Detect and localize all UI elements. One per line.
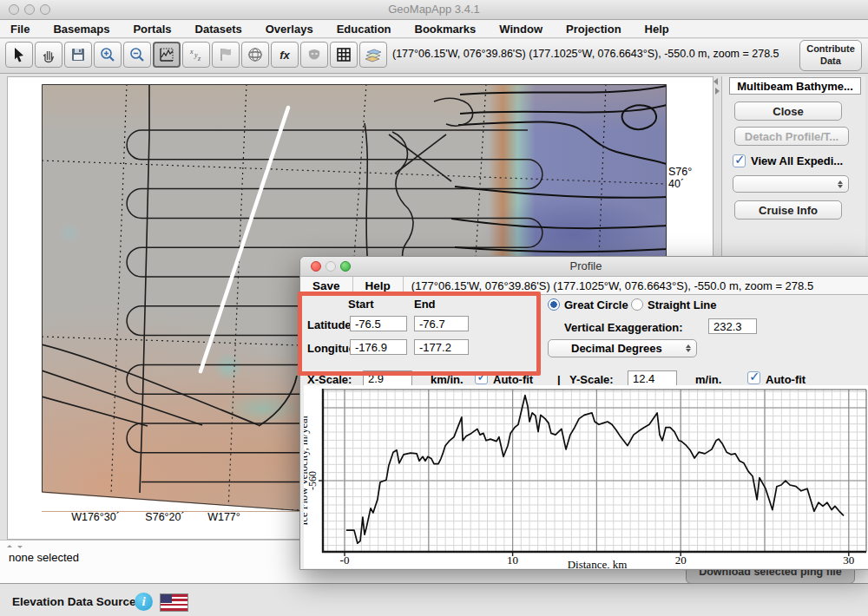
vertical-exaggeration-field[interactable]: 232.3 bbox=[708, 318, 757, 334]
detach-profile-button: Detach Profile/T... bbox=[734, 127, 849, 146]
y-scale-unit: m/in. bbox=[695, 373, 721, 386]
close-button[interactable]: Close bbox=[734, 102, 842, 121]
menu-bookmarks[interactable]: Bookmarks bbox=[415, 23, 477, 36]
profile-coordinates-readout: (177°06.15'W, 076°39.86'S) (177.1025°W, … bbox=[404, 279, 813, 292]
map-grid-label: S76°20´ bbox=[145, 511, 184, 523]
globe-icon[interactable] bbox=[241, 42, 269, 68]
x-autofit-label: Auto-fit bbox=[493, 373, 533, 386]
latitude-start-field[interactable]: -76.5 bbox=[350, 316, 407, 331]
expand-right-icon[interactable] bbox=[715, 88, 720, 95]
layers-icon[interactable] bbox=[359, 42, 387, 68]
x-autofit-checkbox[interactable] bbox=[475, 371, 488, 384]
menu-education[interactable]: Education bbox=[337, 23, 391, 36]
latitude-label: Latitude: bbox=[307, 318, 355, 331]
units-selected-value: Decimal Degrees bbox=[571, 342, 662, 355]
x-scale-label: X-Scale: bbox=[307, 373, 352, 386]
menu-portals[interactable]: Portals bbox=[133, 23, 171, 36]
us-flag-icon[interactable] bbox=[160, 593, 188, 612]
pan-hand-icon[interactable] bbox=[35, 42, 62, 68]
profile-tool-icon[interactable] bbox=[153, 42, 181, 68]
y-autofit-label: Auto-fit bbox=[766, 373, 806, 386]
menu-help[interactable]: Help bbox=[645, 23, 669, 36]
svg-text:Ice Flow velocity, m/year: Ice Flow velocity, m/year bbox=[304, 414, 310, 525]
grid-icon[interactable] bbox=[330, 42, 358, 68]
menu-save[interactable]: Save bbox=[300, 277, 353, 294]
latitude-end-field[interactable]: -76.7 bbox=[414, 316, 469, 331]
x-scale-field[interactable]: 2.9 bbox=[363, 370, 412, 386]
menu-datasets[interactable]: Datasets bbox=[195, 23, 242, 36]
profile-dialog-title: Profile bbox=[300, 259, 868, 272]
scale-separator: | bbox=[557, 373, 561, 386]
window-title: GeoMapApp 3.4.1 bbox=[0, 3, 868, 16]
selection-status: none selected bbox=[9, 551, 79, 564]
collapse-down-icon[interactable] bbox=[17, 546, 23, 548]
view-all-expeditions-label: View All Expedi... bbox=[751, 154, 843, 167]
zoom-out-icon[interactable] bbox=[123, 42, 151, 68]
elevation-sources-label: Elevation Data Sources bbox=[12, 595, 142, 608]
function-fx-icon[interactable]: fx bbox=[271, 42, 299, 68]
map-grid-label: W176°30´ bbox=[71, 511, 120, 523]
contribute-data-button[interactable]: ContributeData bbox=[799, 40, 862, 71]
view-all-expeditions-checkbox[interactable] bbox=[733, 154, 746, 167]
great-circle-label: Great Circle bbox=[564, 298, 628, 311]
svg-text:-0: -0 bbox=[340, 554, 350, 567]
save-icon[interactable] bbox=[64, 42, 92, 68]
y-scale-field[interactable]: 12.4 bbox=[628, 370, 677, 386]
mask-icon[interactable] bbox=[300, 42, 328, 68]
info-icon[interactable]: i bbox=[135, 593, 153, 611]
units-select[interactable]: Decimal Degrees bbox=[548, 339, 697, 357]
longitude-end-field[interactable]: -177.2 bbox=[414, 339, 469, 355]
svg-text:x: x bbox=[189, 48, 194, 56]
menu-overlays[interactable]: Overlays bbox=[266, 23, 313, 36]
end-header: End bbox=[414, 298, 436, 311]
toolbar: x y z fx (177°06.15'W, 076°39.86'S) (177… bbox=[0, 39, 868, 74]
menu-file[interactable]: File bbox=[10, 23, 30, 36]
svg-text:20: 20 bbox=[675, 554, 687, 567]
start-header: Start bbox=[348, 298, 374, 311]
profile-dialog-menubar: Save Help (177°06.15'W, 076°39.86'S) (17… bbox=[300, 277, 868, 295]
vertical-exaggeration-label: Vertical Exaggeration: bbox=[564, 321, 683, 334]
cruise-info-button[interactable]: Cruise Info bbox=[734, 200, 842, 220]
svg-text:10: 10 bbox=[507, 554, 518, 567]
cursor-tool-icon[interactable] bbox=[5, 42, 33, 68]
svg-text:z: z bbox=[197, 55, 201, 62]
expedition-select[interactable] bbox=[733, 175, 849, 193]
profile-dialog-titlebar[interactable]: Profile bbox=[300, 257, 868, 277]
menu-projection[interactable]: Projection bbox=[566, 23, 621, 36]
menu-help[interactable]: Help bbox=[353, 277, 404, 294]
xyz-grid-icon[interactable]: x y z bbox=[182, 42, 210, 68]
expand-up-icon[interactable] bbox=[7, 545, 12, 547]
longitude-start-field[interactable]: -176.9 bbox=[350, 339, 407, 355]
bottom-bar: Elevation Data Sources i bbox=[0, 583, 868, 616]
straight-line-label: Straight Line bbox=[648, 298, 716, 311]
flag-icon[interactable] bbox=[212, 42, 240, 68]
x-scale-unit: km/in. bbox=[431, 373, 464, 386]
menu-basemaps[interactable]: Basemaps bbox=[53, 23, 109, 36]
map-grid-label: W177° bbox=[207, 511, 240, 523]
svg-text:30: 30 bbox=[843, 554, 854, 567]
menubar: FileBasemapsPortalsDatasetsOverlaysEduca… bbox=[0, 20, 868, 38]
profile-dialog: Profile Save Help (177°06.15'W, 076°39.8… bbox=[299, 256, 868, 570]
menu-window[interactable]: Window bbox=[499, 23, 542, 36]
y-autofit-checkbox[interactable] bbox=[747, 371, 760, 384]
collapse-left-icon[interactable] bbox=[713, 78, 718, 85]
svg-text:Distance, km: Distance, km bbox=[568, 558, 628, 568]
zoom-in-icon[interactable] bbox=[94, 42, 122, 68]
sidebar-title: Multibeam Bathyme... bbox=[729, 77, 861, 95]
profile-chart[interactable]: -0102030-560Ice Flow velocity, m/yearDis… bbox=[304, 385, 868, 568]
cursor-coordinates-readout: (177°06.15'W, 076°39.86'S) (177.1025°W, … bbox=[392, 48, 779, 60]
latitude-grid-label-right: S76°40´ bbox=[668, 166, 692, 190]
titlebar: GeoMapApp 3.4.1 bbox=[0, 0, 868, 20]
great-circle-radio[interactable] bbox=[548, 298, 560, 311]
straight-line-radio[interactable] bbox=[631, 298, 643, 311]
y-scale-label: Y-Scale: bbox=[569, 373, 614, 386]
